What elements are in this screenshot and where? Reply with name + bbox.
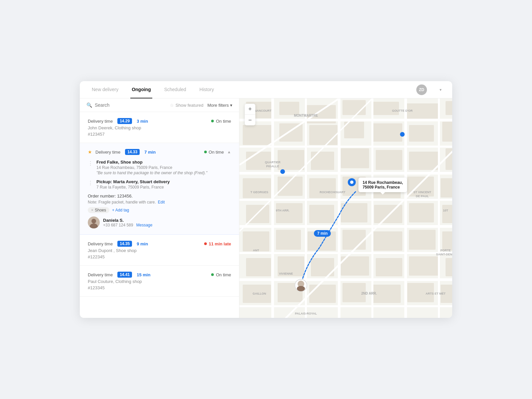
delivery-row[interactable]: ★ Delivery time 14.33 7 min On time ▲ [80, 143, 239, 235]
svg-rect-14 [309, 125, 337, 145]
delivery-duration: 3 min [137, 119, 148, 124]
time-badge: 14.33 [125, 149, 140, 155]
svg-text:SAINT-DENIS: SAINT-DENIS [436, 253, 452, 256]
time-badge: 14.41 [117, 272, 132, 278]
svg-rect-46 [442, 231, 452, 251]
recipient-name: Fred Falke, Shoe shop [96, 160, 231, 165]
zoom-in-button[interactable]: + [245, 104, 255, 114]
tooltip-line1: 14 Rue Rochambeau, [362, 180, 403, 185]
map-background: CLIGNANCOURT MONTMARTRE GOUTTE D'OR QUAR… [239, 98, 452, 318]
svg-rect-8 [342, 100, 366, 115]
svg-rect-39 [442, 205, 452, 223]
tab-ongoing[interactable]: Ongoing [130, 81, 152, 98]
svg-rect-40 [243, 231, 269, 251]
svg-point-102 [350, 181, 353, 184]
svg-text:PALAIS-ROYAL: PALAIS-ROYAL [295, 312, 317, 315]
zoom-out-button[interactable]: − [245, 115, 255, 125]
svg-rect-9 [372, 102, 399, 115]
delivery-row[interactable]: Delivery time 14.29 3 min On time John D… [80, 112, 239, 143]
driver-row: Daniela S. +33 687 124 589 Message [88, 216, 231, 228]
svg-text:2ND ARR.: 2ND ARR. [361, 292, 377, 295]
svg-rect-24 [409, 152, 439, 170]
svg-rect-52 [409, 256, 439, 276]
tab-scheduled[interactable]: Scheduled [163, 81, 188, 98]
status-dot [211, 273, 214, 276]
map-time-badge: 7 min [314, 230, 331, 237]
tab-history[interactable]: History [198, 81, 215, 98]
map-tooltip: 14 Rue Rochambeau, 75009 Paris, France [358, 178, 407, 192]
svg-rect-16 [372, 123, 402, 142]
svg-rect-35 [309, 205, 334, 223]
delivery-time-label: Delivery time [95, 150, 120, 155]
user-avatar[interactable]: ZD [416, 84, 427, 95]
status-text: On time [216, 119, 231, 124]
search-input[interactable] [95, 102, 166, 108]
svg-point-1 [91, 219, 96, 223]
main-content: 🔍 ☆ Show featured More filters ▾ [80, 98, 452, 318]
delivery-row[interactable]: Delivery time 14.35 9 min 11 min late Je… [80, 235, 239, 266]
delivery-customer: Jean Dupont , Shoe shop [88, 248, 231, 253]
delivery-detail: ⋮ Fred Falke, Shoe shop 14 Rue Rochambea… [88, 160, 231, 228]
svg-point-105 [297, 286, 305, 291]
svg-rect-27 [278, 177, 303, 196]
add-tag-button[interactable]: + Add tag [112, 208, 129, 212]
search-input-wrap: 🔍 [86, 102, 166, 108]
svg-rect-45 [409, 230, 436, 250]
svg-rect-43 [342, 230, 366, 250]
svg-rect-6 [279, 102, 299, 115]
svg-point-99 [280, 169, 285, 174]
svg-text:PIGALLE: PIGALLE [266, 165, 279, 168]
recipient-address: 14 Rue Rochambeau, 75009 Paris, France [96, 165, 231, 170]
status-dot [204, 151, 207, 153]
delivery-duration: 15 min [137, 272, 150, 277]
nav-bar: New delivery Ongoing Scheduled History Z… [80, 81, 452, 98]
message-link[interactable]: Message [136, 223, 153, 227]
svg-rect-44 [372, 231, 402, 251]
svg-rect-21 [311, 152, 334, 170]
svg-rect-18 [442, 122, 452, 142]
delivery-customer: John Deerek, Clothing shop [88, 125, 231, 130]
status-text: On time [216, 272, 231, 277]
driver-phone: +33 687 124 589 Message [103, 223, 152, 227]
pickup-label: Pickup: Marta Avery, Stuart delivery [96, 179, 231, 184]
svg-rect-34 [276, 203, 303, 223]
delivery-order-id: #122345 [88, 254, 231, 259]
remove-tag-icon[interactable]: × [91, 208, 93, 212]
left-panel: 🔍 ☆ Show featured More filters ▾ [80, 98, 239, 318]
svg-point-100 [400, 132, 405, 137]
svg-text:QUARTIER: QUARTIER [265, 161, 281, 164]
svg-rect-20 [278, 150, 304, 170]
more-filters-label: More filters [207, 103, 229, 108]
tag-shoes[interactable]: × Shoes [88, 207, 109, 213]
chevron-up-icon: ▲ [227, 150, 231, 154]
svg-rect-36 [341, 203, 367, 222]
show-featured-toggle[interactable]: ☆ Show featured [170, 103, 203, 108]
delivery-customer: Paul Couture, Clothing shop [88, 279, 231, 284]
svg-text:DE PAUL: DE PAUL [416, 195, 429, 198]
svg-text:VIVIENNE: VIVIENNE [279, 272, 293, 275]
svg-rect-17 [409, 125, 434, 142]
svg-text:PORTE: PORTE [440, 249, 451, 252]
svg-text:10T: 10T [443, 209, 448, 212]
svg-rect-51 [376, 258, 402, 276]
time-badge: 14.35 [117, 241, 132, 247]
filters-chevron-icon: ▾ [230, 103, 232, 108]
svg-rect-53 [446, 258, 452, 276]
order-note: Note: Fragile packet, handle with care. … [88, 200, 231, 204]
tab-new-delivery[interactable]: New delivery [90, 81, 120, 98]
tooltip-line2: 75009 Paris, France [362, 185, 403, 190]
status-text: 11 min late [209, 241, 231, 246]
svg-text:9TH ARR.: 9TH ARR. [276, 209, 289, 212]
chevron-down-icon: ▾ [440, 87, 442, 92]
svg-text:ST VINCENT: ST VINCENT [413, 191, 431, 194]
delivery-time-label: Delivery time [88, 272, 113, 277]
star-icon: ★ [88, 149, 92, 155]
map-panel: CLIGNANCOURT MONTMARTRE GOUTTE D'OR QUAR… [239, 98, 452, 318]
svg-text:ROCHECHOUART: ROCHECHOUART [320, 191, 345, 194]
more-filters-button[interactable]: More filters ▾ [207, 103, 232, 108]
delivery-time-label: Delivery time [88, 119, 113, 124]
status-dot [211, 120, 214, 122]
edit-note-link[interactable]: Edit [158, 200, 165, 204]
svg-rect-38 [409, 203, 434, 222]
delivery-row[interactable]: Delivery time 14.41 15 min On time Paul … [80, 266, 239, 297]
